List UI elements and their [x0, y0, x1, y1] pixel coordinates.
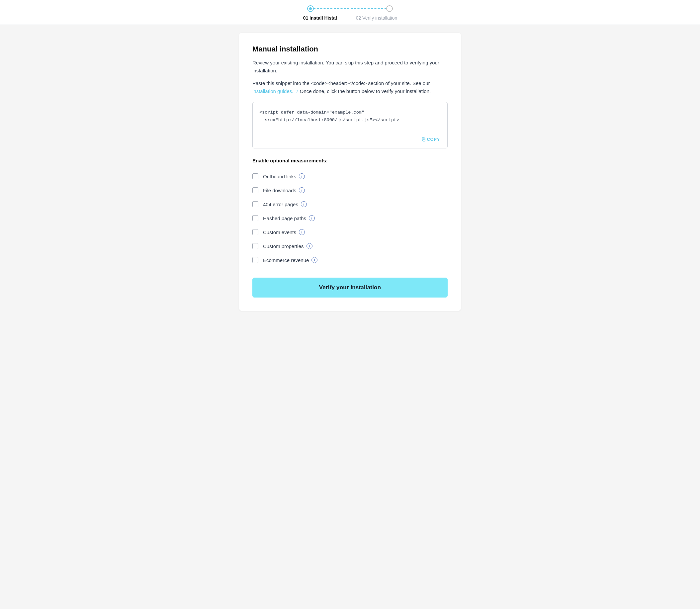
checkbox-custom-properties[interactable] [252, 243, 258, 249]
description-1: Review your existing installation. You c… [252, 59, 448, 75]
step2-circle [386, 5, 393, 12]
step-labels: 01 Install Histat 02 Verify installation [294, 15, 406, 21]
step1-circle [307, 5, 314, 12]
step-connector [314, 8, 386, 9]
checkbox-item-custom-events[interactable]: Custom events i [252, 225, 448, 239]
info-icon-custom-properties[interactable]: i [307, 243, 313, 249]
checkbox-item-custom-properties[interactable]: Custom properties i [252, 239, 448, 253]
info-icon-hashed-page-paths[interactable]: i [309, 215, 315, 221]
checkbox-item-file-downloads[interactable]: File downloads i [252, 183, 448, 197]
label-file-downloads: File downloads i [263, 187, 305, 193]
external-link-icon: ↗ [296, 89, 299, 94]
checkbox-list: Outbound links iFile downloads i404 erro… [252, 169, 448, 267]
checkbox-hashed-page-paths[interactable] [252, 215, 258, 221]
top-bar: 01 Install Histat 02 Verify installation [0, 0, 700, 25]
label-ecommerce-revenue: Ecommerce revenue i [263, 257, 317, 263]
card-title: Manual installation [252, 45, 448, 53]
verify-button[interactable]: Verify your installation [252, 278, 448, 297]
copy-button[interactable]: ⎘ COPY [419, 135, 443, 143]
checkbox-ecommerce-revenue[interactable] [252, 257, 258, 263]
label-outbound-links: Outbound links i [263, 173, 305, 179]
page-content: Manual installation Review your existing… [234, 33, 466, 311]
info-icon-file-downloads[interactable]: i [299, 187, 305, 193]
step1-label: 01 Install Histat [294, 15, 347, 21]
label-custom-properties: Custom properties i [263, 243, 313, 249]
info-icon-outbound-links[interactable]: i [299, 173, 305, 179]
checkbox-404-error-pages[interactable] [252, 201, 258, 207]
main-card: Manual installation Review your existing… [239, 33, 461, 311]
code-block: <script defer data-domain="example.com" … [252, 102, 448, 149]
checkbox-custom-events[interactable] [252, 229, 258, 235]
checkbox-item-outbound-links[interactable]: Outbound links i [252, 169, 448, 183]
description-2: Paste this snippet into the <code><heade… [252, 80, 448, 95]
checkbox-item-hashed-page-paths[interactable]: Hashed page paths i [252, 211, 448, 225]
label-custom-events: Custom events i [263, 229, 305, 235]
step2-label: 02 Verify installation [347, 15, 406, 21]
measurements-title: Enable optional measurements: [252, 158, 448, 163]
label-404-error-pages: 404 error pages i [263, 201, 307, 207]
info-icon-ecommerce-revenue[interactable]: i [312, 257, 317, 263]
checkbox-item-ecommerce-revenue[interactable]: Ecommerce revenue i [252, 253, 448, 267]
checkbox-item-404-error-pages[interactable]: 404 error pages i [252, 197, 448, 211]
info-icon-404-error-pages[interactable]: i [301, 201, 307, 207]
copy-label: COPY [427, 137, 440, 142]
installation-guides-link[interactable]: installation guides. ↗ [252, 88, 299, 94]
code-snippet: <script defer data-domain="example.com" … [259, 109, 441, 124]
stepper [307, 5, 393, 12]
info-icon-custom-events[interactable]: i [299, 229, 305, 235]
label-hashed-page-paths: Hashed page paths i [263, 215, 315, 221]
checkbox-outbound-links[interactable] [252, 173, 258, 179]
checkbox-file-downloads[interactable] [252, 187, 258, 193]
copy-icon: ⎘ [422, 137, 425, 142]
